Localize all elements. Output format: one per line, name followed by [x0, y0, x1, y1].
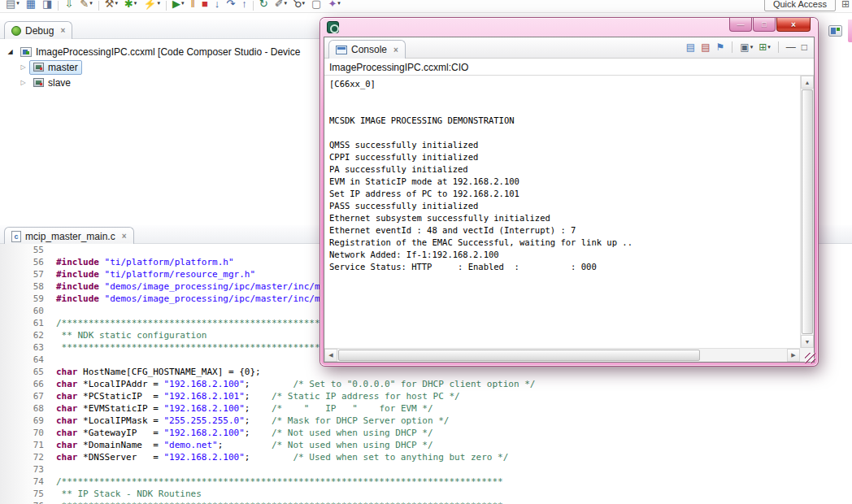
code-line: 76 *************************************… — [0, 500, 852, 504]
search-icon[interactable]: ⚲▾ — [290, 0, 308, 12]
suspend-icon[interactable]: ‖ — [188, 0, 198, 12]
expand-arrow-icon[interactable]: ▷ — [17, 63, 29, 71]
code-text[interactable] — [50, 244, 56, 256]
minimize-view-icon: — — [786, 42, 796, 52]
code-text[interactable] — [50, 354, 56, 366]
code-text[interactable]: char HostName[CFG_HOSTNAME_MAX] = {0}; — [50, 366, 261, 378]
chevron-down-icon[interactable]: ▾ — [181, 0, 185, 7]
perspective-icon[interactable] — [828, 25, 842, 37]
tree-item-slave[interactable]: ▷slave — [0, 75, 327, 90]
flash-icon[interactable]: ⚡▾ — [140, 0, 163, 12]
close-icon[interactable]: × — [122, 232, 127, 241]
build-icon[interactable]: ⚒▾ — [102, 0, 121, 12]
minimize-view-icon[interactable]: — — [786, 42, 796, 52]
tab-console[interactable]: Console × — [328, 40, 406, 59]
tab-debug[interactable]: Debug × — [4, 21, 72, 39]
horizontal-scrollbar-thumb[interactable] — [338, 350, 700, 361]
pencil-icon[interactable]: ✎▾ — [76, 0, 95, 12]
scroll-left-icon[interactable]: ◀ — [324, 349, 337, 362]
step-return-icon[interactable]: ↑ — [238, 0, 250, 12]
tree-item-target-config[interactable]: ◢ImageProcessingIPC.ccxml [Code Composer… — [0, 44, 327, 59]
code-text[interactable]: char *EVMStaticIP = "192.168.2.100"; /* … — [50, 402, 433, 415]
close-icon[interactable]: × — [393, 46, 398, 54]
pin-console-icon[interactable]: ⚑ — [716, 42, 725, 52]
maximize-view-icon[interactable]: □ — [802, 42, 807, 52]
expand-arrow-icon[interactable]: ▷ — [17, 79, 29, 86]
code-text[interactable]: char *PCStaticIP = "192.168.2.101"; /* S… — [50, 390, 460, 402]
code-text[interactable]: char *GatewayIP = "192.168.2.100"; /* No… — [50, 427, 433, 439]
code-text[interactable]: char *DNSServer = "192.168.2.100"; /* Us… — [50, 451, 508, 463]
tree-item-content[interactable]: slave — [29, 76, 75, 90]
code-text[interactable]: #include "demos/image_processing/ipc/mas… — [50, 280, 325, 293]
step-over-icon: ↷ — [226, 0, 235, 9]
save-all-icon[interactable]: ◨ — [39, 0, 55, 12]
minimize-button[interactable]: — — [729, 18, 752, 32]
line-number: 74 — [0, 476, 50, 488]
horizontal-scrollbar[interactable]: ◀ ▶ — [324, 348, 800, 362]
code-text[interactable] — [50, 463, 56, 476]
open-perspective-icon[interactable]: ⊞ — [841, 0, 850, 10]
import-icon: ⇩ — [64, 0, 73, 9]
collapse-arrow-icon[interactable]: ◢ — [4, 48, 16, 55]
maximize-button[interactable]: □ — [753, 18, 776, 32]
pen-icon[interactable]: ✐▾ — [272, 0, 290, 12]
step-over-icon[interactable]: ↷ — [223, 0, 238, 12]
step-into-icon[interactable]: ↓ — [211, 0, 224, 12]
display-console-icon[interactable]: ▣▾ — [740, 42, 753, 52]
console-line: QMSS successfully initialized — [329, 139, 800, 151]
code-text[interactable]: /***************************************… — [50, 476, 503, 488]
code-text[interactable]: ** NDK static configuration — [50, 329, 206, 341]
show-stdout-icon: ▤ — [686, 42, 695, 52]
show-stdout-icon[interactable]: ▤ — [686, 42, 695, 52]
scroll-right-icon[interactable]: ▶ — [787, 349, 800, 362]
code-text[interactable]: char *DomainName = "demo.net"; /* Not us… — [50, 439, 433, 451]
run-icon[interactable]: ▶▾ — [169, 0, 188, 12]
import-icon[interactable]: ⇩ — [61, 0, 76, 12]
table-icon[interactable]: ▦ — [23, 0, 39, 12]
wand-icon[interactable]: ✦▾ — [324, 0, 343, 12]
box-icon[interactable]: ▢ — [308, 0, 324, 12]
debug-tree: ◢ImageProcessingIPC.ccxml [Code Composer… — [0, 39, 327, 90]
chevron-down-icon[interactable]: ▾ — [767, 44, 771, 50]
vertical-scrollbar-thumb[interactable] — [802, 89, 813, 334]
tab-editor-mcip-master-main[interactable]: mcip_master_main.c × — [4, 227, 134, 245]
new-file-icon[interactable]: ▤▾ — [2, 0, 23, 12]
close-button[interactable]: × — [776, 18, 811, 32]
code-text[interactable]: #include "ti/platform/resource_mgr.h" — [50, 268, 255, 280]
scroll-down-icon[interactable]: ▼ — [801, 335, 814, 348]
open-console-icon[interactable]: ⊞▾ — [759, 42, 771, 52]
chevron-down-icon[interactable]: ▾ — [16, 0, 20, 7]
code-text[interactable]: #include "ti/platform/platform.h" — [50, 256, 234, 268]
debug-icon[interactable]: ✱▾ — [121, 0, 140, 12]
chevron-down-icon[interactable]: ▾ — [134, 0, 137, 7]
code-text[interactable]: char *LocalIPAddr = "192.168.2.100"; /* … — [50, 378, 535, 390]
table-icon: ▦ — [26, 0, 36, 9]
target-config-icon — [20, 47, 32, 57]
code-line: 72char *DNSServer = "192.168.2.100"; /* … — [0, 451, 852, 463]
code-text[interactable]: #include "demos/image_processing/ipc/mas… — [50, 293, 325, 305]
chevron-down-icon[interactable]: ▾ — [750, 44, 754, 50]
close-icon[interactable]: × — [60, 26, 65, 35]
console-window-titlebar[interactable]: — □ × — [320, 18, 818, 37]
chevron-down-icon[interactable]: ▾ — [89, 0, 93, 7]
chevron-down-icon[interactable]: ▾ — [115, 0, 118, 7]
quick-access-button[interactable]: Quick Access — [764, 0, 836, 11]
chevron-down-icon[interactable]: ▾ — [158, 0, 161, 7]
code-text[interactable]: ****************************************… — [50, 500, 503, 504]
restart-icon[interactable]: ↻ — [256, 0, 272, 12]
vertical-scrollbar[interactable]: ▲ ▼ — [800, 76, 814, 348]
scroll-up-icon[interactable]: ▲ — [801, 76, 814, 89]
code-text[interactable]: ** IP Stack - NDK Routines — [50, 488, 202, 500]
show-stderr-icon[interactable]: ▤ — [701, 42, 710, 52]
tree-item-content[interactable]: master — [29, 60, 82, 75]
terminate-icon[interactable]: ■ — [198, 0, 211, 12]
console-output[interactable]: [C66xx_0]MCSDK IMAGE PROCESSING DEMONSTR… — [324, 76, 800, 348]
tree-item-content[interactable]: ImageProcessingIPC.ccxml [Code Composer … — [16, 45, 304, 59]
resize-grip[interactable] — [805, 353, 815, 363]
chevron-down-icon[interactable]: ▾ — [337, 0, 341, 7]
code-text[interactable] — [50, 305, 56, 317]
code-text[interactable]: char *LocalIPMask = "255.255.255.0"; /* … — [50, 415, 449, 427]
tree-item-master[interactable]: ▷master — [0, 59, 327, 75]
console-line: [C66xx_0] — [329, 78, 800, 90]
chevron-down-icon[interactable]: ▾ — [285, 0, 288, 7]
